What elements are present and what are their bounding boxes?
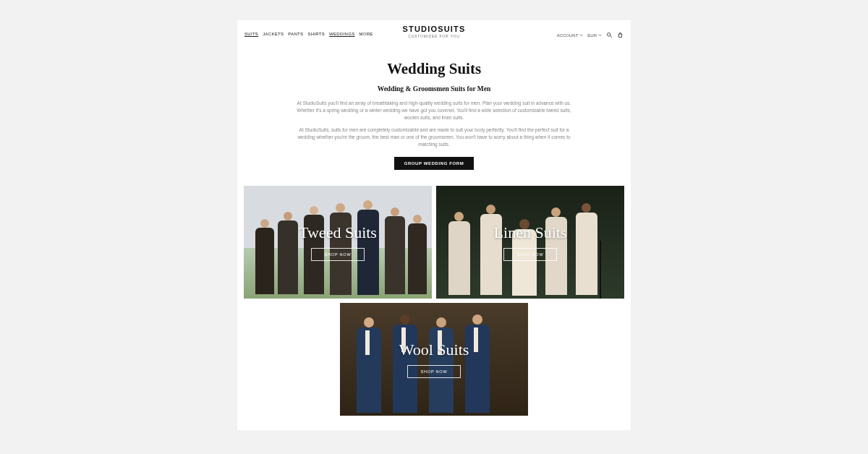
intro-paragraph-2: At StudioSuits, suits for men are comple… bbox=[272, 127, 596, 147]
intro-paragraph-1: At StudioSuits you'll find an array of b… bbox=[272, 100, 596, 121]
search-icon[interactable] bbox=[606, 32, 613, 38]
brand[interactable]: STUDIOSUITS CUSTOMIZED FOR YOU bbox=[402, 25, 465, 38]
card-tweed[interactable]: Tweed Suits SHOP NOW bbox=[244, 186, 432, 299]
chevron-down-icon bbox=[579, 33, 583, 37]
card-title: Wool Suits bbox=[399, 340, 469, 359]
card-bg bbox=[340, 303, 528, 416]
nav-weddings[interactable]: WEDDINGS bbox=[329, 32, 354, 36]
card-title: Tweed Suits bbox=[299, 223, 377, 242]
card-bg bbox=[436, 186, 624, 299]
group-wedding-button[interactable]: GROUP WEDDING FORM bbox=[394, 157, 475, 170]
bag-icon[interactable] bbox=[617, 32, 624, 38]
page: SUITS JACKETS PANTS SHIRTS WEDDINGS MORE… bbox=[237, 20, 631, 430]
brand-tagline: CUSTOMIZED FOR YOU bbox=[402, 34, 465, 38]
card-wool[interactable]: Wool Suits SHOP NOW bbox=[340, 303, 528, 416]
brand-name: STUDIOSUITS bbox=[402, 25, 465, 33]
card-linen[interactable]: Linen Suits SHOP NOW bbox=[436, 186, 624, 299]
shop-now-button[interactable]: SHOP NOW bbox=[407, 365, 461, 378]
card-bg bbox=[244, 186, 432, 299]
currency-dropdown[interactable]: EUR bbox=[587, 33, 602, 38]
page-title: Wedding Suits bbox=[272, 60, 596, 78]
hero: Wedding Suits Wedding & Groomsmen Suits … bbox=[237, 41, 631, 179]
header: SUITS JACKETS PANTS SHIRTS WEDDINGS MORE… bbox=[237, 20, 631, 41]
page-subtitle: Wedding & Groomsmen Suits for Men bbox=[272, 85, 596, 93]
nav-shirts[interactable]: SHIRTS bbox=[307, 32, 325, 36]
header-right: ACCOUNT EUR bbox=[557, 32, 624, 38]
nav-pants[interactable]: PANTS bbox=[288, 32, 303, 36]
chevron-down-icon bbox=[598, 33, 602, 37]
nav-more[interactable]: MORE bbox=[359, 32, 373, 36]
shop-now-button[interactable]: SHOP NOW bbox=[311, 248, 365, 261]
account-label: ACCOUNT bbox=[557, 33, 579, 38]
main-nav: SUITS JACKETS PANTS SHIRTS WEDDINGS MORE bbox=[244, 32, 373, 36]
shop-now-button[interactable]: SHOP NOW bbox=[503, 248, 558, 261]
svg-point-0 bbox=[608, 33, 611, 37]
svg-line-1 bbox=[610, 36, 612, 38]
category-cards: Tweed Suits SHOP NOW bbox=[237, 179, 631, 430]
currency-label: EUR bbox=[587, 33, 597, 38]
nav-suits[interactable]: SUITS bbox=[244, 32, 258, 36]
card-title: Linen Suits bbox=[494, 223, 567, 242]
nav-jackets[interactable]: JACKETS bbox=[263, 32, 284, 36]
account-dropdown[interactable]: ACCOUNT bbox=[557, 33, 584, 38]
